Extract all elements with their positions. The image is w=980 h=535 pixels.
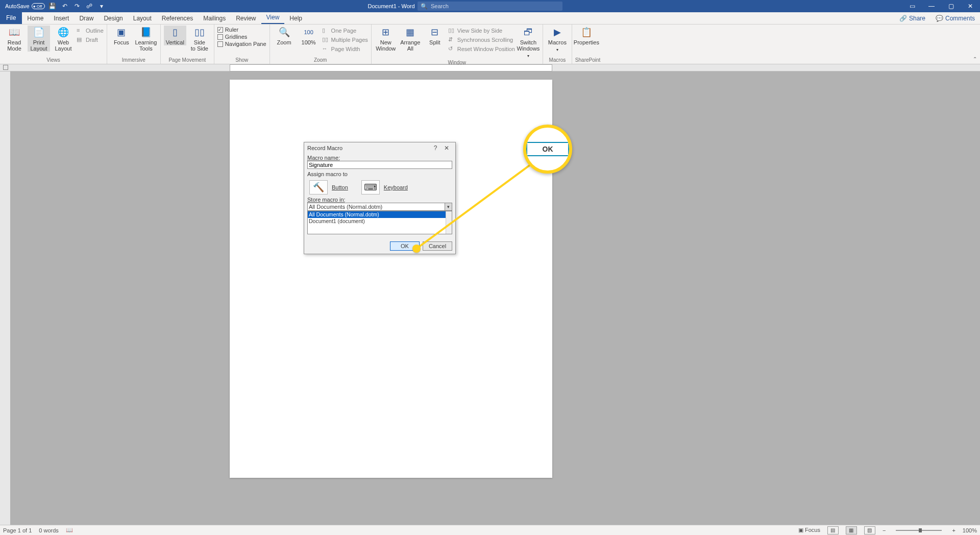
side-by-side-label: View Side by Side (457, 28, 502, 34)
vertical-button[interactable]: ▯Vertical (164, 26, 186, 45)
focus-mode-button[interactable]: ▣ Focus (798, 527, 820, 533)
arrange-all-button[interactable]: ▦Arrange All (399, 26, 422, 52)
zoom-level[interactable]: 100% (963, 527, 977, 533)
assign-button-option[interactable]: 🔨 Button (309, 180, 348, 194)
new-window-label: New Window (376, 39, 396, 52)
one-page-button[interactable]: ▯One Page (322, 27, 368, 35)
tab-design[interactable]: Design (99, 13, 128, 24)
tab-review[interactable]: Review (231, 13, 261, 24)
group-label-zoom: Zoom (273, 57, 368, 64)
print-layout-label: Print Layout (30, 39, 47, 52)
maximize-icon[interactable]: ▢ (941, 0, 961, 12)
group-window: ⊞New Window ▦Arrange All ⊟Split ▯▯View S… (372, 25, 543, 64)
tab-help[interactable]: Help (284, 13, 307, 24)
save-icon[interactable]: 💾 (48, 3, 57, 10)
comments-button[interactable]: 💬Comments (930, 13, 980, 24)
gridlines-checkbox[interactable]: Gridlines (217, 34, 266, 40)
zoom-button[interactable]: 🔍Zoom (273, 26, 296, 45)
assign-keyboard-label: Keyboard (384, 184, 408, 190)
tab-mailings[interactable]: Mailings (198, 13, 231, 24)
store-macro-list[interactable]: All Documents (Normal.dotm) Document1 (d… (307, 211, 452, 234)
tab-insert[interactable]: Insert (48, 13, 74, 24)
navigation-pane-checkbox[interactable]: Navigation Pane (217, 41, 266, 47)
cancel-label: Cancel (429, 243, 446, 249)
qat-icon-1[interactable]: ☍ (85, 3, 94, 10)
vertical-ruler[interactable] (0, 71, 10, 525)
draft-button[interactable]: ▤Draft (77, 36, 104, 44)
tab-selector[interactable] (3, 65, 8, 70)
print-layout-view-icon[interactable]: ▦ (846, 526, 857, 534)
minimize-icon[interactable]: — (922, 0, 941, 12)
web-layout-label: Web Layout (55, 39, 71, 52)
macro-name-label: Macro name: (307, 155, 452, 161)
list-item[interactable]: All Documents (Normal.dotm) (308, 211, 452, 218)
web-layout-icon: 🌐 (57, 27, 69, 38)
page-status[interactable]: Page 1 of 1 (3, 527, 32, 533)
tab-draw[interactable]: Draw (74, 13, 99, 24)
autosave-toggle[interactable]: AutoSave ● Off (5, 3, 45, 9)
ruler-checkbox[interactable]: ✓Ruler (217, 27, 266, 33)
search-icon: 🔍 (421, 3, 428, 10)
multiple-pages-icon: ▯▯ (322, 36, 329, 43)
undo-icon[interactable]: ↶ (60, 3, 69, 10)
nav-pane-label: Navigation Pane (225, 41, 266, 47)
tab-view[interactable]: View (261, 12, 285, 24)
focus-button[interactable]: ▣Focus (110, 26, 133, 45)
macros-label: Macros (548, 39, 567, 45)
qat-icon-2[interactable]: ▾ (97, 3, 106, 10)
zoom-out-button[interactable]: − (883, 527, 886, 533)
dialog-titlebar[interactable]: Record Macro ? ✕ (304, 142, 455, 154)
zoom-in-button[interactable]: + (952, 527, 955, 533)
ribbon-display-icon[interactable]: ▭ (902, 0, 922, 12)
side-to-side-button[interactable]: ▯▯Side to Side (188, 26, 211, 52)
zoom-slider[interactable] (896, 530, 942, 531)
dialog-help-icon[interactable]: ? (430, 144, 441, 152)
redo-icon[interactable]: ↷ (72, 3, 82, 10)
search-box[interactable]: 🔍 Search (418, 2, 562, 11)
tab-references[interactable]: References (157, 13, 198, 24)
print-layout-button[interactable]: 📄Print Layout (28, 26, 50, 52)
macro-name-input[interactable] (307, 161, 452, 169)
split-button[interactable]: ⊟Split (424, 26, 446, 45)
read-mode-label: Read Mode (7, 39, 21, 52)
switch-windows-button[interactable]: 🗗Switch Windows▾ (517, 26, 540, 59)
read-mode-button[interactable]: 📖Read Mode (3, 26, 26, 52)
tab-file[interactable]: File (0, 12, 22, 24)
tab-layout[interactable]: Layout (128, 13, 157, 24)
dialog-close-icon[interactable]: ✕ (441, 144, 452, 152)
learning-tools-label: Learning Tools (135, 39, 157, 52)
draft-icon: ▤ (77, 36, 84, 43)
outline-icon: ≡ (77, 27, 84, 34)
horizontal-ruler[interactable] (230, 64, 552, 71)
ribbon: 📖Read Mode 📄Print Layout 🌐Web Layout ≡Ou… (0, 25, 980, 64)
view-side-by-side-button: ▯▯View Side by Side (448, 27, 515, 35)
web-layout-view-icon[interactable]: ▧ (864, 526, 875, 534)
tab-home[interactable]: Home (22, 13, 48, 24)
learning-tools-button[interactable]: 📘Learning Tools (135, 26, 157, 52)
macros-button[interactable]: ▶Macros▾ (546, 26, 569, 53)
group-label-page-movement: Page Movement (164, 57, 211, 64)
multiple-pages-button[interactable]: ▯▯Multiple Pages (322, 36, 368, 44)
properties-button[interactable]: 📋Properties (575, 26, 598, 45)
document-page[interactable] (230, 80, 552, 478)
new-window-button[interactable]: ⊞New Window (375, 26, 397, 52)
focus-label: Focus (114, 39, 129, 45)
spell-check-icon[interactable]: 📖 (66, 527, 73, 533)
web-layout-button[interactable]: 🌐Web Layout (52, 26, 75, 52)
store-macro-select[interactable]: All Documents (Normal.dotm) ▾ (307, 203, 452, 211)
zoom-100-button[interactable]: 100100% (298, 26, 320, 45)
read-mode-view-icon[interactable]: ▤ (827, 526, 839, 534)
outline-button[interactable]: ≡Outline (77, 27, 104, 35)
word-count[interactable]: 0 words (39, 527, 59, 533)
close-icon[interactable]: ✕ (961, 0, 980, 12)
share-icon: 🔗 (899, 15, 907, 22)
assign-keyboard-option[interactable]: ⌨ Keyboard (361, 180, 408, 194)
cancel-button[interactable]: Cancel (423, 241, 452, 251)
page-width-button[interactable]: ↔Page Width (322, 45, 368, 53)
sync-scroll-button: ⇵Synchronous Scrolling (448, 36, 515, 44)
chevron-down-icon[interactable]: ▾ (445, 203, 452, 210)
share-button[interactable]: 🔗Share (894, 13, 930, 24)
collapse-ribbon-icon[interactable]: ⌃ (973, 56, 977, 62)
scrollbar[interactable] (446, 211, 452, 234)
list-item[interactable]: Document1 (document) (308, 218, 452, 225)
